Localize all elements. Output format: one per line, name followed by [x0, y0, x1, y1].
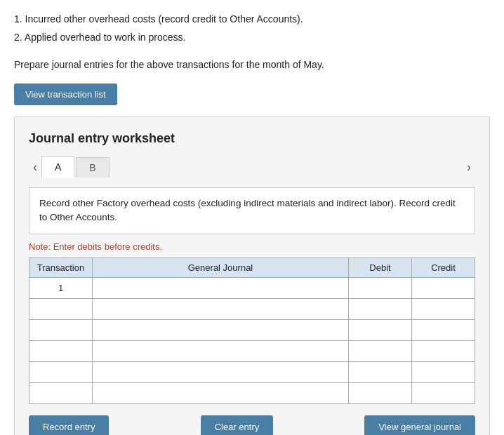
table-row [29, 382, 93, 403]
debit-input[interactable] [349, 362, 411, 382]
journal-input-cell[interactable] [93, 382, 349, 403]
debit-input[interactable] [349, 341, 411, 361]
tab-b[interactable]: B [76, 157, 109, 178]
table-row [29, 319, 93, 340]
credit-input-cell[interactable] [412, 340, 475, 361]
journal-input[interactable] [93, 299, 348, 319]
col-header-transaction: Transaction [29, 257, 93, 277]
journal-input[interactable] [93, 341, 348, 361]
journal-input[interactable] [93, 320, 348, 340]
credit-input-cell[interactable] [412, 361, 475, 382]
debit-input-cell[interactable] [349, 382, 412, 403]
credit-input[interactable] [412, 383, 475, 403]
journal-input[interactable] [93, 362, 348, 382]
journal-input-cell[interactable] [93, 298, 349, 319]
instruction-line2: 2. Applied overhead to work in process. [14, 29, 490, 45]
instruction-line1: 1. Incurred other overhead costs (record… [14, 11, 490, 27]
col-header-credit: Credit [412, 257, 475, 277]
note-text: Note: Enter debits before credits. [29, 241, 475, 252]
debit-input[interactable] [349, 320, 411, 340]
prepare-text: Prepare journal entries for the above tr… [14, 57, 490, 72]
journal-input-cell[interactable] [93, 319, 349, 340]
credit-input[interactable] [412, 299, 475, 319]
view-general-journal-button[interactable]: View general journal [364, 415, 475, 435]
journal-input-cell[interactable] [93, 340, 349, 361]
view-transaction-list-button[interactable]: View transaction list [14, 83, 117, 105]
tab-a[interactable]: A [41, 156, 74, 178]
instruction-box-text: Record other Factory overhead costs (exc… [39, 198, 456, 222]
table-row [29, 298, 93, 319]
journal-input-cell[interactable] [93, 361, 349, 382]
instruction-box: Record other Factory overhead costs (exc… [29, 187, 475, 234]
journal-input-cell[interactable] [93, 277, 349, 298]
debit-input-cell[interactable] [349, 277, 412, 298]
credit-input[interactable] [412, 320, 475, 340]
credit-input-cell[interactable] [412, 298, 475, 319]
table-row [29, 340, 93, 361]
col-header-journal: General Journal [93, 257, 349, 277]
tab-next-button[interactable]: › [463, 161, 475, 173]
record-entry-button[interactable]: Record entry [29, 415, 109, 435]
debit-input-cell[interactable] [349, 319, 412, 340]
clear-entry-button[interactable]: Clear entry [201, 415, 274, 435]
col-header-debit: Debit [349, 257, 412, 277]
worksheet-container: Journal entry worksheet ‹ A B › Record o… [14, 116, 490, 435]
tabs-row: ‹ A B › [29, 156, 475, 178]
debit-input-cell[interactable] [349, 340, 412, 361]
credit-input[interactable] [412, 278, 475, 298]
worksheet-title: Journal entry worksheet [29, 131, 475, 146]
credit-input[interactable] [412, 341, 475, 361]
credit-input-cell[interactable] [412, 277, 475, 298]
credit-input-cell[interactable] [412, 382, 475, 403]
debit-input[interactable] [349, 383, 411, 403]
debit-input[interactable] [349, 299, 411, 319]
credit-input-cell[interactable] [412, 319, 475, 340]
table-row: 1 [29, 277, 93, 298]
buttons-row: Record entry Clear entry View general jo… [29, 415, 475, 435]
debit-input[interactable] [349, 278, 411, 298]
instructions-block: 1. Incurred other overhead costs (record… [14, 11, 490, 46]
debit-input-cell[interactable] [349, 361, 412, 382]
debit-input-cell[interactable] [349, 298, 412, 319]
tab-prev-button[interactable]: ‹ [29, 161, 41, 173]
journal-input[interactable] [93, 278, 348, 298]
journal-table: Transaction General Journal Debit Credit… [29, 257, 475, 404]
journal-input[interactable] [93, 383, 348, 403]
table-row [29, 361, 93, 382]
credit-input[interactable] [412, 362, 475, 382]
